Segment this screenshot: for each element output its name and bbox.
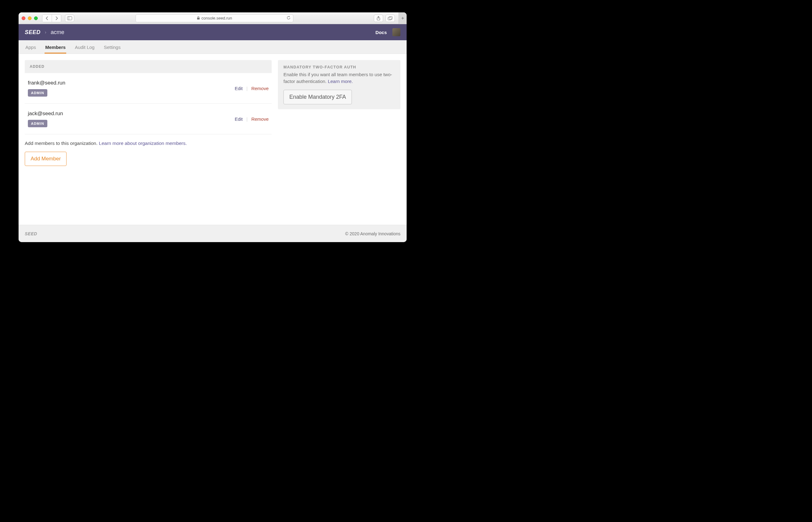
- role-badge: ADMIN: [28, 89, 47, 97]
- share-button[interactable]: [374, 15, 383, 22]
- learn-more-members-link[interactable]: Learn more about organization members.: [99, 141, 187, 146]
- navigation-buttons: [42, 14, 61, 22]
- two-factor-title: MANDATORY TWO-FACTOR AUTH: [284, 65, 395, 69]
- browser-window: console.seed.run + SEED › acme Docs Apps…: [19, 13, 407, 242]
- members-help-text: Add members to this organization. Learn …: [25, 134, 272, 146]
- learn-more-2fa-link[interactable]: Learn more.: [328, 79, 353, 84]
- zoom-window-button[interactable]: [34, 16, 38, 20]
- members-section-title: ADDED: [25, 60, 272, 73]
- url-text: console.seed.run: [202, 16, 232, 20]
- app-header: SEED › acme Docs: [19, 24, 407, 40]
- member-row: jack@seed.run ADMIN Edit | Remove: [25, 104, 272, 134]
- forward-button[interactable]: [52, 15, 61, 22]
- remove-member-link[interactable]: Remove: [251, 116, 269, 122]
- chrome-right-controls: +: [374, 13, 403, 24]
- back-button[interactable]: [42, 15, 52, 22]
- show-tabs-button[interactable]: [386, 15, 395, 22]
- address-bar[interactable]: console.seed.run: [136, 14, 293, 22]
- member-row: frank@seed.run ADMIN Edit | Remove: [25, 73, 272, 104]
- remove-member-link[interactable]: Remove: [251, 86, 269, 91]
- enable-2fa-button[interactable]: Enable Mandatory 2FA: [284, 90, 352, 104]
- window-controls: [22, 16, 38, 20]
- help-text: Add members to this organization.: [25, 141, 99, 146]
- lock-icon: [197, 16, 200, 20]
- show-sidebar-button[interactable]: [65, 15, 74, 22]
- content: ADDED frank@seed.run ADMIN Edit | Remove…: [19, 54, 407, 225]
- action-separator: |: [246, 86, 248, 91]
- action-separator: |: [246, 116, 248, 122]
- reload-button[interactable]: [287, 16, 291, 21]
- tab-audit-log[interactable]: Audit Log: [74, 41, 95, 54]
- tab-settings[interactable]: Settings: [103, 41, 121, 54]
- footer-copyright: © 2020 Anomaly Innovations: [345, 231, 400, 236]
- members-column: ADDED frank@seed.run ADMIN Edit | Remove…: [25, 60, 272, 219]
- avatar[interactable]: [392, 28, 400, 36]
- sidebar-column: MANDATORY TWO-FACTOR AUTH Enable this if…: [278, 60, 400, 219]
- svg-rect-6: [389, 16, 392, 19]
- two-factor-description: Enable this if you want all team members…: [284, 71, 395, 85]
- svg-rect-5: [388, 17, 392, 20]
- add-member-button[interactable]: Add Member: [25, 152, 66, 166]
- svg-rect-0: [67, 16, 72, 20]
- breadcrumb-separator-icon: ›: [45, 30, 46, 35]
- member-email: frank@seed.run: [28, 80, 65, 86]
- docs-link[interactable]: Docs: [375, 30, 387, 35]
- app-logo[interactable]: SEED: [25, 29, 41, 36]
- edit-member-link[interactable]: Edit: [234, 86, 243, 91]
- role-badge: ADMIN: [28, 120, 47, 127]
- svg-rect-2: [197, 18, 200, 20]
- two-factor-panel: MANDATORY TWO-FACTOR AUTH Enable this if…: [278, 60, 400, 109]
- member-email: jack@seed.run: [28, 111, 63, 117]
- tabs: Apps Members Audit Log Settings: [19, 40, 407, 54]
- new-tab-button[interactable]: +: [399, 13, 407, 24]
- breadcrumb-org[interactable]: acme: [51, 29, 64, 36]
- edit-member-link[interactable]: Edit: [234, 116, 243, 122]
- tab-apps[interactable]: Apps: [25, 41, 37, 54]
- browser-chrome: console.seed.run +: [19, 13, 407, 24]
- footer-logo[interactable]: SEED: [25, 231, 37, 236]
- tab-members[interactable]: Members: [45, 41, 66, 54]
- minimize-window-button[interactable]: [28, 16, 32, 20]
- footer: SEED © 2020 Anomaly Innovations: [19, 225, 407, 242]
- close-window-button[interactable]: [22, 16, 25, 20]
